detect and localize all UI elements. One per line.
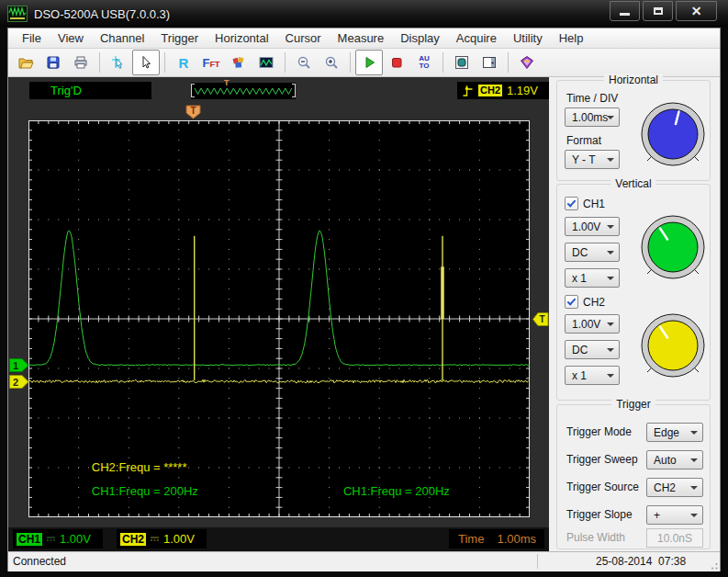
- svg-text:T: T: [191, 106, 196, 116]
- resize-grip[interactable]: [708, 560, 719, 571]
- refresh-r-button[interactable]: R: [170, 50, 197, 75]
- menu-utility[interactable]: Utility: [505, 29, 551, 47]
- measure-cursor-button[interactable]: [105, 50, 132, 75]
- chevron-down-icon: [607, 322, 614, 326]
- zoom-out-button[interactable]: [290, 50, 318, 75]
- waveform-icon: [258, 54, 274, 71]
- letter-r-icon: R: [179, 55, 189, 71]
- print-button[interactable]: [67, 50, 95, 75]
- trigger-level-marker[interactable]: T: [532, 312, 549, 326]
- trigger-mode-select[interactable]: Edge: [646, 423, 703, 442]
- floppy-icon: [45, 54, 62, 71]
- chevron-down-icon: [607, 158, 614, 162]
- app-window: DSO-5200A USB(7.0.0.3) ✕ File View Chann…: [0, 0, 728, 577]
- color-settings-button[interactable]: [225, 50, 252, 75]
- preview-trigger-marker[interactable]: T: [224, 78, 230, 87]
- chevron-down-icon: [607, 251, 614, 255]
- client-area: File View Channel Trigger Horizontal Cur…: [7, 28, 721, 571]
- scope-region: Trig'D T CH2 1.19V T CH2:Frequ = *****CH…: [8, 77, 549, 551]
- chevron-down-icon: [607, 116, 614, 119]
- trigger-sweep-label: Trigger Sweep: [566, 453, 638, 466]
- ch2-badge: CH2: [120, 533, 146, 546]
- time-readout: Time 1.00ms: [449, 529, 544, 549]
- auto-icon: AU TO: [419, 55, 430, 70]
- menu-display[interactable]: Display: [392, 29, 448, 47]
- checkbox-checked-icon: [565, 295, 578, 309]
- pulse-width-label: Pulse Width: [566, 531, 625, 544]
- toolbar-separator: [442, 52, 443, 73]
- chevron-down-icon: [690, 431, 698, 435]
- menu-channel[interactable]: Channel: [92, 29, 152, 47]
- datetime: 25-08-2014 07:38: [596, 555, 686, 568]
- minimize-button[interactable]: [610, 1, 640, 21]
- horizontal-knob[interactable]: [638, 99, 708, 169]
- trigger-source-select[interactable]: CH2: [646, 478, 703, 497]
- menu-file[interactable]: File: [14, 29, 50, 47]
- toolbar-separator: [350, 52, 351, 73]
- printer-icon: [73, 54, 89, 71]
- auto-set-button[interactable]: AU TO: [410, 50, 438, 75]
- trigger-source-badge: CH2: [478, 85, 502, 96]
- open-button[interactable]: [12, 50, 39, 75]
- fullscreen-button[interactable]: [448, 50, 476, 75]
- trigger-position-marker[interactable]: T: [185, 105, 201, 119]
- help-book-button[interactable]: [513, 50, 541, 75]
- trigger-preview[interactable]: T: [191, 83, 296, 99]
- format-select[interactable]: Y - T: [565, 150, 620, 169]
- menu-horizontal[interactable]: Horizontal: [207, 29, 277, 47]
- chevron-down-icon: [607, 374, 614, 378]
- close-button[interactable]: ✕: [676, 1, 717, 21]
- vertical-group: Vertical CH1 1.00V DC x 1 CH2: [556, 184, 711, 401]
- chevron-down-icon: [690, 458, 698, 462]
- menubar: File View Channel Trigger Horizontal Cur…: [8, 28, 720, 49]
- ch2-probe-select[interactable]: x 1: [565, 366, 620, 385]
- select-cursor-button[interactable]: [132, 50, 160, 75]
- ch2-volt-select[interactable]: 1.00V: [565, 314, 620, 334]
- ch2-checkbox[interactable]: CH2: [565, 295, 605, 309]
- chevron-down-icon: [690, 486, 698, 490]
- trigger-sweep-select[interactable]: Auto: [646, 450, 703, 470]
- ch1-position-marker[interactable]: 1: [9, 358, 29, 372]
- readout-bar: CH1 1.00V CH2 1.00V Time 1.00ms: [8, 527, 549, 551]
- ch2-position-marker[interactable]: 2: [9, 375, 29, 389]
- waveform-view-button[interactable]: [252, 50, 280, 75]
- trigger-slope-select[interactable]: +: [646, 505, 703, 525]
- panel-toggle-button[interactable]: [476, 50, 503, 75]
- scope-plot[interactable]: CH2:Frequ = *****CH1:Frequ = 200HzCH1:Fr…: [28, 120, 530, 517]
- start-button[interactable]: [355, 50, 383, 75]
- ch2-coupling-select[interactable]: DC: [565, 340, 620, 359]
- menu-trigger[interactable]: Trigger: [152, 29, 207, 47]
- connection-status: Connected: [13, 555, 66, 568]
- menu-acquire[interactable]: Acquire: [448, 29, 505, 47]
- preview-waveform: [191, 83, 296, 99]
- svg-text:CH2:Frequ = *****: CH2:Frequ = *****: [92, 460, 187, 474]
- scope-display[interactable]: CH2:Frequ = *****CH1:Frequ = 200HzCH1:Fr…: [28, 120, 530, 517]
- menu-cursor[interactable]: Cursor: [277, 29, 330, 47]
- stop-button[interactable]: [383, 50, 410, 75]
- time-label: Time: [458, 532, 484, 546]
- fft-icon: FFT: [203, 54, 220, 71]
- ch1-checkbox[interactable]: CH1: [565, 197, 605, 210]
- trigger-status-indicator: Trig'D: [29, 82, 151, 99]
- ch2-knob[interactable]: [638, 311, 708, 380]
- play-icon: [361, 54, 377, 71]
- menu-help[interactable]: Help: [551, 29, 592, 47]
- ch1-knob[interactable]: [638, 212, 708, 282]
- zoom-out-icon: [296, 54, 312, 71]
- trigger-group: Trigger Trigger Mode Edge Trigger Sweep …: [556, 404, 711, 549]
- ch1-coupling-select[interactable]: DC: [565, 243, 620, 262]
- menu-measure[interactable]: Measure: [330, 29, 393, 47]
- zoom-in-button[interactable]: [318, 50, 345, 75]
- ch1-readout: CH1 1.00V: [13, 529, 103, 549]
- maximize-button[interactable]: [643, 1, 673, 21]
- titlebar: DSO-5200A USB(7.0.0.3) ✕: [0, 0, 728, 28]
- fft-button[interactable]: FFT: [197, 50, 225, 75]
- chevron-down-icon: [607, 225, 614, 229]
- time-div-select[interactable]: 1.00ms: [565, 107, 620, 127]
- ch1-probe-select[interactable]: x 1: [565, 268, 620, 288]
- save-button[interactable]: [39, 50, 67, 75]
- panel-icon: [481, 54, 498, 71]
- ch1-volt-select[interactable]: 1.00V: [565, 217, 620, 236]
- minimize-icon: [620, 13, 630, 16]
- menu-view[interactable]: View: [50, 29, 92, 47]
